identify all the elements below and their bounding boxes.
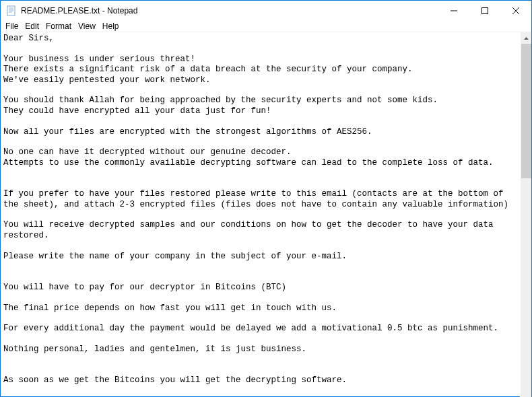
svg-rect-6 xyxy=(482,8,488,14)
maximize-button[interactable] xyxy=(469,1,500,21)
vertical-scrollbar[interactable] xyxy=(520,32,531,397)
close-button[interactable] xyxy=(500,1,531,21)
minimize-button[interactable] xyxy=(438,1,469,21)
notepad-window: README.PLEASE.txt - Notepad File Edit Fo… xyxy=(0,0,532,397)
window-controls xyxy=(438,1,531,21)
scroll-up-icon[interactable] xyxy=(521,32,532,44)
text-content[interactable]: Dear Sirs, Your business is under seriou… xyxy=(1,32,520,397)
content-area: Dear Sirs, Your business is under seriou… xyxy=(1,32,531,397)
scroll-thumb[interactable] xyxy=(521,44,531,178)
notepad-icon xyxy=(6,5,17,16)
menu-help[interactable]: Help xyxy=(99,21,123,32)
titlebar[interactable]: README.PLEASE.txt - Notepad xyxy=(1,1,531,21)
menu-edit[interactable]: Edit xyxy=(22,21,42,32)
menu-file[interactable]: File xyxy=(2,21,22,32)
menu-format[interactable]: Format xyxy=(42,21,75,32)
menu-view[interactable]: View xyxy=(75,21,99,32)
window-title: README.PLEASE.txt - Notepad xyxy=(21,6,438,15)
menubar: File Edit Format View Help xyxy=(1,21,531,32)
